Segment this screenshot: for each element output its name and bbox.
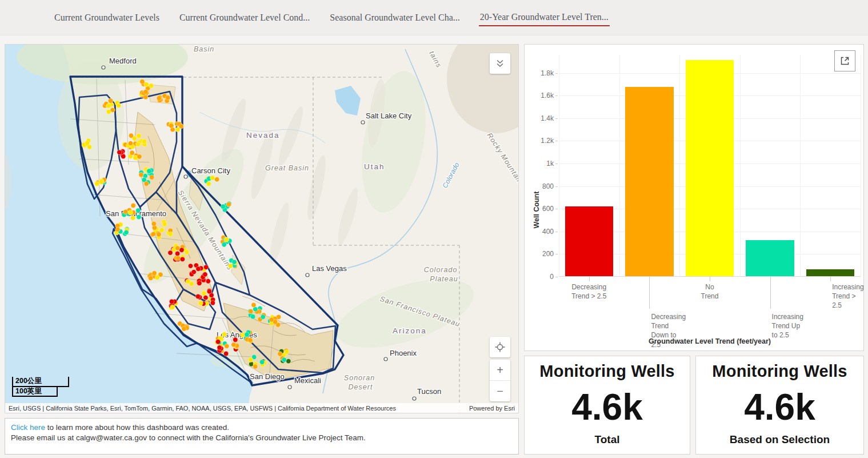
well-marker[interactable] — [106, 109, 111, 114]
well-marker[interactable] — [168, 232, 173, 236]
well-marker[interactable] — [206, 279, 210, 284]
well-marker[interactable] — [131, 203, 135, 208]
well-marker[interactable] — [162, 222, 167, 226]
well-marker[interactable] — [251, 302, 256, 307]
well-marker[interactable] — [249, 309, 253, 313]
well-marker[interactable] — [226, 202, 231, 206]
well-marker[interactable] — [203, 272, 207, 277]
well-marker[interactable] — [137, 214, 141, 219]
collapse-panel-button[interactable] — [490, 53, 510, 74]
well-marker[interactable] — [124, 230, 129, 234]
well-marker[interactable] — [225, 344, 229, 348]
well-marker[interactable] — [215, 340, 220, 344]
well-marker[interactable] — [245, 332, 249, 337]
well-marker[interactable] — [210, 301, 215, 305]
tab-2[interactable]: Seasonal Groundwater Level Cha... — [329, 9, 461, 26]
bar-1[interactable] — [625, 87, 673, 276]
well-marker[interactable] — [130, 150, 134, 155]
well-marker[interactable] — [233, 337, 238, 342]
well-marker[interactable] — [217, 345, 222, 350]
well-marker[interactable] — [248, 357, 253, 362]
well-marker[interactable] — [278, 352, 282, 356]
bar-3[interactable] — [746, 240, 794, 276]
well-marker[interactable] — [221, 204, 225, 209]
bar-2[interactable] — [686, 60, 734, 276]
well-marker[interactable] — [228, 264, 233, 268]
well-marker[interactable] — [143, 89, 148, 94]
well-marker[interactable] — [170, 305, 175, 309]
well-marker[interactable] — [175, 246, 180, 250]
well-marker[interactable] — [169, 299, 174, 304]
well-marker[interactable] — [166, 95, 170, 100]
well-marker[interactable] — [176, 256, 181, 260]
powered-by-esri[interactable]: Powered by Esri — [469, 405, 515, 412]
well-marker[interactable] — [144, 181, 149, 186]
well-marker[interactable] — [129, 133, 133, 138]
well-marker[interactable] — [269, 317, 274, 322]
well-marker[interactable] — [215, 177, 219, 182]
zoom-in-button[interactable]: + — [490, 360, 510, 381]
well-marker[interactable] — [128, 210, 133, 215]
tab-1[interactable]: Current Groundwater Level Cond... — [178, 9, 311, 26]
well-marker[interactable] — [151, 232, 155, 236]
well-marker[interactable] — [117, 150, 122, 154]
well-marker[interactable] — [155, 275, 159, 280]
well-marker[interactable] — [139, 173, 143, 177]
well-marker[interactable] — [142, 139, 146, 144]
well-marker[interactable] — [224, 237, 229, 242]
well-marker[interactable] — [248, 338, 253, 342]
well-marker[interactable] — [130, 216, 135, 220]
well-marker[interactable] — [151, 221, 156, 226]
well-marker[interactable] — [123, 209, 128, 214]
locate-button[interactable] — [490, 337, 510, 357]
well-marker[interactable] — [175, 251, 179, 256]
well-marker[interactable] — [182, 326, 186, 331]
well-marker[interactable] — [206, 181, 211, 186]
well-marker[interactable] — [203, 295, 208, 300]
well-marker[interactable] — [282, 357, 286, 362]
well-marker[interactable] — [137, 154, 142, 159]
california-groundwater-map[interactable]: MedfordSalt Lake CityCarson CityLas Vega… — [5, 45, 518, 413]
well-marker[interactable] — [136, 208, 141, 213]
well-marker[interactable] — [152, 271, 157, 276]
well-marker[interactable] — [128, 141, 133, 145]
well-marker[interactable] — [135, 142, 140, 146]
well-marker[interactable] — [188, 264, 193, 268]
tab-3-active[interactable]: 20-Year Groundwater Level Tren... — [479, 9, 610, 26]
zoom-out-button[interactable]: − — [490, 381, 510, 401]
well-marker[interactable] — [186, 279, 190, 284]
click-here-link[interactable]: Click here — [11, 423, 45, 432]
well-marker[interactable] — [108, 98, 113, 103]
well-marker[interactable] — [148, 276, 153, 280]
well-marker[interactable] — [210, 176, 215, 180]
well-marker[interactable] — [261, 314, 265, 319]
well-marker[interactable] — [147, 169, 151, 173]
well-marker[interactable] — [137, 134, 141, 138]
well-marker[interactable] — [203, 265, 208, 269]
well-marker[interactable] — [253, 364, 258, 369]
well-marker[interactable] — [180, 257, 185, 261]
well-marker[interactable] — [207, 289, 211, 294]
well-marker[interactable] — [191, 269, 196, 274]
well-marker[interactable] — [185, 250, 189, 254]
well-marker[interactable] — [144, 82, 149, 87]
well-marker[interactable] — [169, 124, 174, 128]
well-marker[interactable] — [259, 360, 264, 364]
well-marker[interactable] — [284, 349, 289, 354]
well-marker[interactable] — [149, 175, 154, 180]
well-marker[interactable] — [196, 266, 201, 271]
well-marker[interactable] — [157, 96, 161, 101]
well-marker[interactable] — [223, 351, 228, 356]
well-marker[interactable] — [231, 342, 236, 347]
well-marker[interactable] — [94, 181, 99, 186]
map-panel[interactable]: MedfordSalt Lake CityCarson CityLas Vega… — [5, 44, 519, 413]
well-marker[interactable] — [197, 281, 202, 285]
well-marker[interactable] — [115, 227, 120, 232]
well-marker[interactable] — [195, 294, 200, 298]
well-marker[interactable] — [168, 250, 173, 255]
well-marker[interactable] — [99, 180, 103, 184]
well-marker[interactable] — [159, 228, 164, 232]
tab-0[interactable]: Current Groundwater Levels — [53, 9, 161, 26]
well-marker[interactable] — [198, 301, 203, 305]
well-marker[interactable] — [157, 232, 161, 237]
